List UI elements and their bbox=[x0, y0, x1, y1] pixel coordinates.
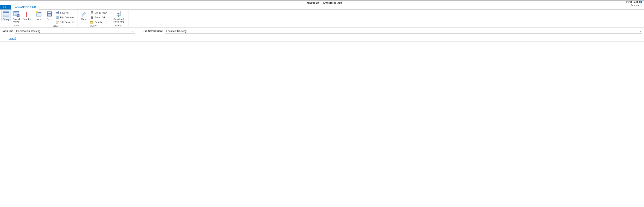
svg-rect-44 bbox=[90, 21, 92, 22]
app-header: Microsoft | Dynamics 365 First Last ? fs… bbox=[0, 0, 644, 5]
svg-rect-25 bbox=[56, 13, 58, 14]
svg-rect-21 bbox=[48, 14, 51, 16]
tab-file[interactable]: FILE bbox=[0, 5, 12, 10]
use-saved-view-value: Location Tracking bbox=[166, 30, 186, 33]
save-as-icon bbox=[56, 11, 59, 14]
new-button[interactable]: New bbox=[34, 10, 44, 21]
brand-microsoft: Microsoft bbox=[306, 1, 319, 4]
org-expand-icon[interactable]: ⌄ bbox=[640, 4, 642, 7]
edit-columns-label: Edit Columns bbox=[60, 16, 74, 19]
clear-icon bbox=[80, 10, 87, 18]
edit-columns-icon bbox=[56, 16, 59, 19]
ribbon-group-query: Clear Group AND Group OR bbox=[78, 10, 109, 27]
group-and-button[interactable]: Group AND bbox=[89, 10, 108, 15]
details-button[interactable]: Details bbox=[89, 20, 108, 24]
ribbon-group-show: Query Saved Views Results Show bbox=[0, 10, 33, 27]
org-name: fsdemo bbox=[631, 4, 639, 6]
help-icon[interactable]: ? bbox=[639, 1, 642, 4]
save-icon bbox=[46, 10, 53, 18]
results-icon bbox=[23, 10, 30, 18]
user-name: First Last bbox=[626, 1, 638, 4]
saved-views-label: Saved Views bbox=[12, 18, 20, 23]
svg-rect-24 bbox=[56, 11, 58, 12]
svg-rect-37 bbox=[92, 12, 93, 12]
query-builder-area: Select bbox=[0, 35, 644, 42]
chevron-down-icon: ▾ bbox=[640, 30, 641, 32]
svg-marker-50 bbox=[118, 16, 120, 17]
edit-properties-label: Edit Properties bbox=[60, 21, 76, 24]
group-or-icon bbox=[90, 16, 94, 19]
select-field-link[interactable]: Select bbox=[8, 37, 16, 40]
brand-area: Microsoft | Dynamics 365 bbox=[302, 1, 342, 4]
chevron-down-icon: ▾ bbox=[132, 30, 134, 32]
view-group-label: View bbox=[34, 24, 76, 28]
svg-rect-38 bbox=[92, 12, 93, 13]
tab-strip: FILE ADVANCED FIND bbox=[0, 5, 644, 10]
query-group-label: Query bbox=[79, 24, 108, 28]
results-button[interactable]: Results bbox=[22, 10, 31, 21]
edit-columns-button[interactable]: Edit Columns bbox=[55, 15, 76, 20]
svg-point-12 bbox=[26, 12, 27, 13]
ribbon-group-debug: Download Fetch XML Debug bbox=[109, 10, 128, 27]
query-label: Query bbox=[3, 18, 9, 20]
edit-properties-icon bbox=[56, 20, 59, 24]
show-group-label: Show bbox=[1, 24, 31, 27]
look-for-label: Look for: bbox=[2, 30, 13, 33]
microsoft-logo-icon bbox=[302, 1, 305, 4]
filter-bar: Look for: Geolocation Tracking ▾ Use Sav… bbox=[0, 28, 644, 35]
svg-rect-40 bbox=[92, 16, 93, 16]
save-button[interactable]: Save bbox=[44, 10, 54, 21]
query-button[interactable]: Query bbox=[1, 10, 11, 21]
new-label: New bbox=[36, 18, 41, 20]
tab-advanced-find-label: ADVANCED FIND bbox=[15, 6, 36, 9]
svg-point-14 bbox=[26, 16, 27, 17]
details-icon bbox=[90, 20, 94, 24]
use-saved-view-label: Use Saved View: bbox=[143, 30, 163, 33]
debug-group-label: Debug bbox=[110, 24, 127, 27]
svg-rect-1 bbox=[3, 12, 9, 13]
svg-rect-11 bbox=[17, 14, 19, 16]
details-label: Details bbox=[94, 21, 102, 24]
saved-views-button[interactable]: Saved Views bbox=[12, 10, 21, 24]
svg-rect-41 bbox=[92, 17, 93, 18]
svg-rect-42 bbox=[92, 18, 93, 19]
group-or-button[interactable]: Group OR bbox=[89, 15, 108, 20]
look-for-combo[interactable]: Geolocation Tracking ▾ bbox=[14, 29, 135, 34]
brand-separator: | bbox=[321, 1, 322, 4]
save-label: Save bbox=[46, 18, 52, 20]
ribbon: Query Saved Views Results Show bbox=[0, 10, 644, 28]
use-saved-view-combo[interactable]: Location Tracking ▾ bbox=[165, 29, 642, 34]
svg-marker-45 bbox=[92, 22, 94, 23]
query-icon bbox=[2, 11, 10, 18]
new-icon bbox=[36, 10, 42, 18]
saved-views-icon bbox=[13, 10, 20, 18]
group-and-label: Group AND bbox=[94, 12, 106, 14]
user-area: First Last ? fsdemo ⌄ bbox=[626, 1, 642, 7]
look-for-value: Geolocation Tracking bbox=[16, 30, 40, 33]
svg-rect-22 bbox=[50, 12, 50, 13]
save-as-button[interactable]: Save As bbox=[55, 10, 76, 15]
results-label: Results bbox=[23, 18, 31, 20]
group-and-icon bbox=[90, 11, 94, 14]
svg-rect-39 bbox=[92, 14, 93, 14]
svg-rect-13 bbox=[26, 13, 27, 16]
tab-advanced-find[interactable]: ADVANCED FIND bbox=[12, 5, 39, 10]
ribbon-group-view: New Save Save As E bbox=[33, 10, 78, 27]
svg-rect-7 bbox=[14, 12, 19, 12]
group-or-label: Group OR bbox=[94, 16, 105, 19]
tab-file-label: FILE bbox=[3, 6, 8, 8]
download-fetch-xml-icon bbox=[115, 10, 122, 18]
edit-properties-button[interactable]: Edit Properties bbox=[55, 20, 76, 24]
clear-label: Clear bbox=[81, 18, 86, 20]
save-as-label: Save As bbox=[60, 12, 68, 14]
brand-dynamics: Dynamics 365 bbox=[323, 1, 342, 4]
download-fetch-xml-button[interactable]: Download Fetch XML bbox=[110, 10, 127, 24]
clear-button[interactable]: Clear bbox=[79, 10, 88, 21]
svg-point-49 bbox=[118, 14, 119, 14]
download-fetch-xml-label: Download Fetch XML bbox=[111, 18, 126, 23]
